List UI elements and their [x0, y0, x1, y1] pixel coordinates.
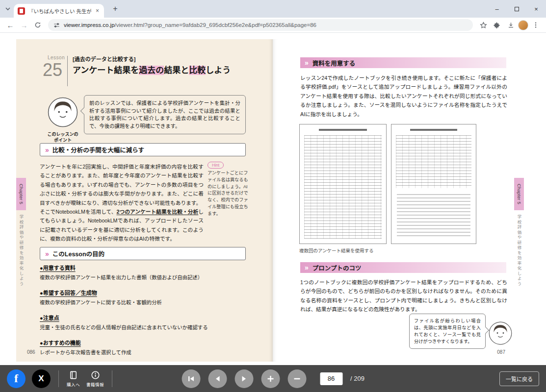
page-spread: Lesson 25 [過去のデータと比較する] アンケート結果を過去の結果と比較…: [16, 39, 524, 362]
lesson-kicker: [過去のデータと比較する]: [73, 55, 135, 63]
left-body-text: アンケートを年に2回実施し、中間評価と年度末評価の内容を比較することがあります。…: [40, 162, 204, 244]
facebook-share-icon[interactable]: f: [7, 369, 26, 388]
tab-close-icon[interactable]: ×: [95, 7, 100, 14]
section-header-lesson-goal: » このLessonの目的: [40, 247, 246, 260]
tip-speech-bubble: ファイル名が紛らわしい場合は、先頭に実施年月日などを入れておくと、ソース一覧でも…: [409, 314, 486, 349]
chapter-tab: Chapter 5: [16, 178, 26, 210]
list-item: ●注意点 児童・生徒の氏名などの個人情報が自由記述に含まれていないか確認する: [40, 314, 246, 331]
purchase-button[interactable]: 購入へ: [67, 370, 80, 387]
previous-page-button[interactable]: [208, 369, 227, 388]
book-page-right: » 資料を用意する レッスン24で作成したノートブックを引き続き使用します。そこ…: [273, 39, 524, 362]
hint-text: アンケートごとにファイル名は異なるものにしましょう。AIに区別させるだけでなく、…: [208, 170, 249, 218]
address-bar[interactable]: viewer.impress.co.jp/viewer.html?group_n…: [48, 19, 473, 31]
section-chevron-icon: »: [45, 250, 49, 258]
list-item: ●おすすめの機能 レポートから年次報告書を選択して作成: [40, 339, 246, 356]
section-chevron-icon: »: [305, 264, 309, 271]
page-number-input[interactable]: [320, 372, 342, 385]
tab-favicon-icon: [18, 7, 25, 15]
paragraph: そこでNotebookLMを活用して、2つのアンケート結果を比較・分析してもらい…: [40, 207, 204, 244]
section-header-reduce-effort: » 比較・分析の手間を大幅に減らす: [40, 143, 246, 156]
chapter-side-text: 学校評価や研修を効率化しよう: [516, 215, 522, 287]
chapter-side-text: 学校評価や研修を効率化しよう: [18, 215, 24, 287]
page-total: / 209: [350, 375, 364, 382]
new-tab-button[interactable]: +: [110, 3, 121, 14]
section-title: 資料を用意する: [312, 58, 356, 68]
profile-avatar[interactable]: [518, 20, 528, 30]
intro-speech-bubble: 前のレッスンでは、保護者による学校評価アンケートを集計・分析する活用事例について…: [84, 95, 246, 134]
section-chevron-icon: »: [45, 146, 49, 154]
paragraph: アンケートを年に2回実施し、中間評価と年度末評価の内容を比較することがあります。…: [40, 162, 204, 207]
first-page-button[interactable]: [182, 369, 200, 388]
window-close-button[interactable]: ×: [526, 0, 546, 18]
book-viewer: Lesson 25 [過去のデータと比較する] アンケート結果を過去の結果と比較…: [0, 33, 546, 365]
list-item: ●希望する回答／生成物 複数の学校評価アンケートに関する比較・客観的分析: [40, 289, 246, 306]
chevron-down-icon[interactable]: [4, 5, 12, 13]
divider: [58, 370, 59, 387]
section-title: このLessonの目的: [52, 249, 104, 258]
book-page-left: Lesson 25 [過去のデータと比較する] アンケート結果を過去の結果と比較…: [16, 39, 273, 362]
viewer-toolbar: f X 購入へ 書籍情報 / 209 一覧に戻る: [0, 365, 546, 392]
section-title: 比較・分析の手間を大幅に減らす: [52, 145, 144, 154]
instructor-avatar: [489, 321, 512, 345]
chapter-tab: Chapter 5: [514, 178, 524, 210]
figure-caption: 複数回のアンケート結果を使用する: [299, 247, 374, 254]
site-settings-icon[interactable]: [53, 22, 60, 28]
browser-tab-strip: 『いちばんやさしい 先生が校務に使... × + – ×: [0, 0, 546, 18]
lesson-title: アンケート結果を過去の結果と比較しよう: [73, 63, 231, 75]
book-info-button[interactable]: 書籍情報: [86, 370, 104, 387]
purchase-book-icon: [69, 370, 78, 380]
window-controls: – ×: [487, 0, 546, 18]
info-icon: [91, 370, 100, 380]
reload-icon[interactable]: [31, 19, 44, 31]
toolbar-left-group: f X 購入へ 書籍情報: [7, 365, 114, 392]
browser-tab[interactable]: 『いちばんやさしい 先生が校務に使... ×: [14, 4, 104, 18]
page-navigation: / 209: [182, 369, 364, 388]
section-header-prepare-materials: » 資料を用意する: [300, 57, 506, 68]
page-number: 087: [497, 349, 505, 355]
browser-toolbar: ← → viewer.impress.co.jp/viewer.html?gro…: [0, 18, 546, 33]
section-chevron-icon: »: [305, 59, 309, 67]
next-page-button[interactable]: [234, 369, 253, 388]
goal-list: ●用意する資料 複数の学校評価アンケート結果を出力した書類（数値および自由記述）…: [40, 264, 246, 364]
divider: [112, 370, 112, 387]
download-icon[interactable]: [504, 19, 517, 31]
avatar-caption: このレッスンの ポイント: [36, 131, 90, 143]
menu-kebab-icon[interactable]: [529, 19, 542, 31]
back-to-list-button[interactable]: 一覧に戻る: [499, 371, 539, 386]
lesson-divider: [67, 56, 68, 86]
right-body-text-2: 1つのノートブックに複数回の学校評価アンケート結果をアップロードするため、どちら…: [300, 278, 507, 314]
list-item: ●用意する資料 複数の学校評価アンケート結果を出力した書類（数値および自由記述）: [40, 264, 246, 281]
tab-title: 『いちばんやさしい 先生が校務に使...: [28, 7, 91, 15]
right-body-text-1: レッスン24で作成したノートブックを引き続き使用します。そこに新たに「保護者によ…: [300, 74, 507, 119]
zoom-in-button[interactable]: [261, 369, 280, 388]
extensions-puzzle-icon[interactable]: [491, 19, 503, 31]
survey-result-thumbnail-2: [391, 124, 476, 244]
minimize-button[interactable]: –: [487, 0, 507, 18]
back-icon[interactable]: ←: [4, 19, 17, 31]
url-text: viewer.impress.co.jp/viewer.html?group_n…: [64, 22, 316, 28]
instructor-avatar: [48, 97, 78, 127]
section-title: プロンプトのコツ: [312, 263, 362, 272]
hint-note: Hint アンケートごとにファイル名は異なるものにしましょう。AIに区別させるだ…: [208, 162, 249, 218]
bookmark-star-icon[interactable]: [477, 19, 490, 31]
page-number: 086: [27, 349, 35, 355]
section-header-prompt-tips: » プロンプトのコツ: [300, 262, 506, 273]
lesson-number: 25: [43, 60, 62, 80]
forward-icon[interactable]: →: [18, 19, 30, 31]
hint-badge: Hint: [208, 162, 224, 169]
x-share-icon[interactable]: X: [32, 369, 51, 388]
maximize-button[interactable]: [507, 0, 526, 18]
survey-result-thumbnail-1: [299, 124, 387, 244]
zoom-out-button[interactable]: [287, 369, 306, 388]
